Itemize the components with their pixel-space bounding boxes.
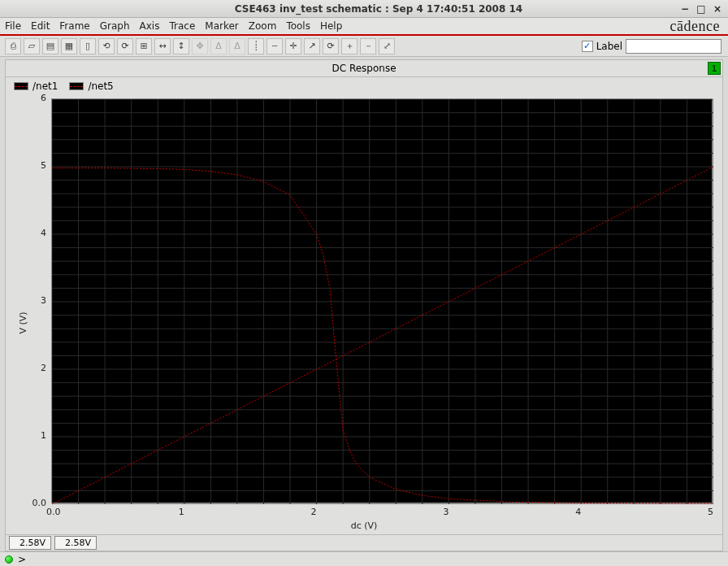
- legend-label-net5: /net5: [88, 81, 113, 92]
- delta-icon[interactable]: Δ: [210, 38, 227, 54]
- minimize-button[interactable]: −: [679, 3, 691, 15]
- arrow-icon[interactable]: ↗: [304, 38, 320, 54]
- menu-file[interactable]: File: [5, 20, 21, 32]
- chart-index-badge[interactable]: 1: [708, 62, 721, 75]
- vert-marker-icon[interactable]: ┊: [248, 38, 264, 54]
- fit-icon[interactable]: ⊞: [136, 38, 152, 54]
- titlebar: CSE463 inv_test schematic : Sep 4 17:40:…: [0, 0, 728, 18]
- reload-icon[interactable]: ⟳: [323, 38, 339, 54]
- menu-tools[interactable]: Tools: [286, 20, 310, 32]
- crosshair-icon[interactable]: ✛: [285, 38, 301, 54]
- y-tick: 5: [41, 160, 46, 171]
- swatch-net1: [14, 82, 28, 90]
- x-tick: 1: [179, 507, 184, 517]
- brand-logo: cādence: [670, 18, 720, 35]
- plot-area[interactable]: [51, 98, 713, 503]
- legend-label-net1: /net1: [32, 81, 58, 92]
- expand-icon[interactable]: ⤢: [379, 38, 395, 54]
- pan-icon[interactable]: ✥: [192, 38, 208, 54]
- status-dot-icon: [5, 555, 13, 564]
- swatch-net5: [69, 82, 84, 90]
- status-prompt[interactable]: >: [18, 554, 26, 565]
- menu-frame[interactable]: Frame: [59, 20, 89, 32]
- menu-axis[interactable]: Axis: [140, 20, 160, 32]
- statusbar: >: [0, 551, 728, 566]
- minus-icon[interactable]: －: [360, 38, 376, 54]
- y-tick: 6: [41, 93, 46, 103]
- y-tick: 3: [41, 295, 46, 306]
- x-tick: 4: [575, 507, 581, 517]
- legend-item-net5[interactable]: /net5: [69, 81, 113, 92]
- x-tick: 2: [311, 507, 317, 517]
- y-tick: 2: [41, 363, 46, 373]
- x-tick: 0.0: [46, 507, 61, 517]
- redo-icon[interactable]: ⟳: [117, 38, 133, 54]
- toolbar: ⎙ ▱ ▤ ▦ ▯ ⟲ ⟳ ⊞ ↔ ↕ ✥ Δ Δ ┊ ┄ ✛ ↗ ⟳ ＋ － …: [0, 36, 728, 57]
- legend-item-net1[interactable]: /net1: [14, 81, 58, 92]
- menubar: File Edit Frame Graph Axis Trace Marker …: [0, 18, 728, 36]
- readout-2: 2.58V: [54, 536, 97, 550]
- fit-y-icon[interactable]: ↕: [173, 38, 189, 54]
- maximize-button[interactable]: □: [696, 3, 707, 15]
- axis-linear-icon[interactable]: ▤: [42, 38, 58, 54]
- legend: /net1 /net5: [5, 77, 723, 95]
- undo-icon[interactable]: ⟲: [98, 38, 115, 54]
- label-text: Label: [596, 41, 622, 52]
- close-button[interactable]: ×: [712, 3, 723, 15]
- x-tick: 3: [443, 507, 448, 517]
- axis-grid-icon[interactable]: ▦: [61, 38, 77, 54]
- chart-title-bar: DC Response 1: [5, 59, 723, 77]
- y-tick: 4: [41, 228, 46, 238]
- y-axis-label: V (V): [18, 311, 28, 333]
- snap-icon[interactable]: ▯: [80, 38, 96, 54]
- readout-1: 2.58V: [9, 536, 51, 550]
- print-icon[interactable]: ⎙: [5, 38, 21, 54]
- menu-graph[interactable]: Graph: [100, 20, 130, 32]
- menu-zoom[interactable]: Zoom: [249, 20, 277, 32]
- plot-wrap: V (V) dc (V) 2.58V 2.58V 0.0123450.01234…: [5, 95, 723, 551]
- delta2-icon[interactable]: Δ: [229, 38, 245, 54]
- label-input[interactable]: [626, 39, 722, 54]
- menu-trace[interactable]: Trace: [169, 20, 195, 32]
- x-tick: 5: [708, 507, 713, 517]
- label-toggle-group: ✓ Label: [582, 39, 722, 54]
- label-checkbox[interactable]: ✓: [582, 41, 593, 52]
- y-tick: 0.0: [32, 498, 47, 508]
- window-buttons: − □ ×: [679, 3, 723, 15]
- menu-marker[interactable]: Marker: [205, 20, 238, 32]
- plus-icon[interactable]: ＋: [341, 38, 358, 54]
- y-tick: 1: [41, 430, 46, 441]
- menu-help[interactable]: Help: [320, 20, 342, 32]
- zoom-area-icon[interactable]: ▱: [24, 38, 40, 54]
- chart-title: DC Response: [332, 63, 396, 74]
- horiz-marker-icon[interactable]: ┄: [266, 38, 283, 54]
- fit-x-icon[interactable]: ↔: [154, 38, 171, 54]
- menu-edit[interactable]: Edit: [31, 20, 50, 32]
- window-title: CSE463 inv_test schematic : Sep 4 17:40:…: [78, 3, 679, 15]
- readout-row: 2.58V 2.58V: [6, 534, 722, 551]
- x-axis-label: dc (V): [351, 520, 378, 531]
